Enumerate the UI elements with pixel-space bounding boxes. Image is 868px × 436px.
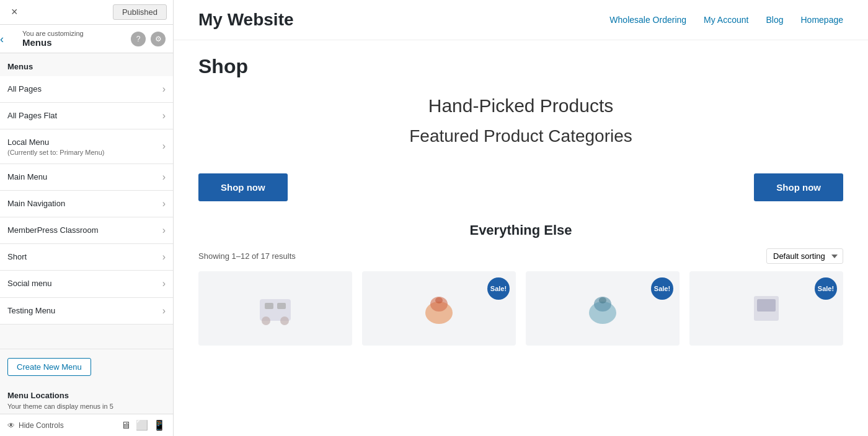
sale-badge-3: Sale! (651, 277, 673, 300)
hide-controls-label: Hide Controls (19, 421, 64, 430)
mobile-icon[interactable]: 📱 (153, 419, 166, 431)
results-text: Showing 1–12 of 17 results (198, 251, 296, 261)
menu-item-text: All Pages (7, 84, 42, 95)
menu-item-text: MemberPress Classroom (7, 225, 99, 236)
hand-picked-title: Hand-Picked Products (198, 95, 843, 116)
menu-item-main-navigation[interactable]: Main Navigation › (0, 191, 173, 217)
header-icons: ? ⚙ (131, 32, 166, 46)
chevron-right-icon: › (162, 172, 166, 183)
menu-item-social-menu[interactable]: Social menu › (0, 271, 173, 297)
sort-select[interactable]: Default sorting (766, 248, 843, 264)
product-image-4 (742, 284, 791, 333)
chevron-right-icon: › (162, 110, 166, 121)
menu-item-text: Main Menu (7, 172, 47, 183)
everything-else-title: Everything Else (174, 216, 868, 248)
nav-wholesale-ordering[interactable]: Wholesale Ordering (609, 15, 686, 25)
bottom-controls: 👁 Hide Controls 🖥 ⬜ 📱 (0, 414, 173, 436)
featured-title: Featured Product Categories (198, 126, 843, 146)
product-image-1 (250, 284, 300, 333)
nav-my-account[interactable]: My Account (704, 15, 748, 25)
menu-item-local-menu[interactable]: Local Menu (Currently set to: Primary Me… (0, 129, 173, 164)
customizing-small-label: You are customizing (22, 30, 84, 37)
desktop-icon[interactable]: 🖥 (121, 420, 131, 431)
eye-icon: 👁 (7, 421, 15, 430)
chevron-right-icon: › (162, 251, 166, 263)
customizing-header: ‹ You are customizing Menus ? ⚙ (0, 25, 173, 53)
menu-locations-desc: Your theme can display menus in 5 (7, 403, 166, 410)
menu-item-testing-menu[interactable]: Testing Menu › (0, 298, 173, 325)
close-button[interactable]: × (6, 3, 23, 21)
nav-blog[interactable]: Blog (766, 15, 783, 25)
svg-rect-4 (277, 303, 286, 309)
published-button[interactable]: Published (113, 4, 167, 20)
menu-locations-section: Menu Locations Your theme can display me… (0, 385, 173, 414)
results-bar: Showing 1–12 of 17 results Default sorti… (174, 248, 868, 271)
menu-item-short[interactable]: Short › (0, 244, 173, 271)
product-card-1 (198, 271, 352, 346)
sale-badge-2: Sale! (487, 277, 510, 300)
product-card-3: Sale! (526, 271, 680, 346)
menu-item-all-pages[interactable]: All Pages › (0, 76, 173, 103)
left-panel: × Published ‹ You are customizing Menus … (0, 0, 174, 436)
product-card-2: Sale! (362, 271, 516, 346)
shop-heading: Shop (174, 40, 868, 83)
chevron-right-icon: › (162, 305, 166, 316)
product-grid: Sale! Sale! Sale! (174, 271, 868, 358)
chevron-right-icon: › (162, 278, 166, 289)
create-new-menu-button[interactable]: Create New Menu (7, 358, 91, 376)
device-icons: 🖥 ⬜ 📱 (121, 419, 166, 431)
menus-section-title: Menus (0, 53, 173, 76)
chevron-right-icon: › (162, 198, 166, 209)
shop-now-row: Shop now Shop now (174, 173, 868, 201)
menu-item-memberpress[interactable]: MemberPress Classroom › (0, 217, 173, 244)
shop-now-button-left[interactable]: Shop now (198, 173, 288, 201)
customizing-labels: You are customizing Menus (22, 30, 84, 48)
menu-item-text: All Pages Flat (7, 110, 57, 121)
site-title: My Website (198, 10, 294, 30)
chevron-right-icon: › (162, 141, 166, 152)
chevron-right-icon: › (162, 84, 166, 95)
site-nav: Wholesale Ordering My Account Blog Homep… (609, 15, 843, 25)
menu-item-text: Social menu (7, 278, 52, 289)
menu-list: All Pages › All Pages Flat › Local Menu … (0, 76, 173, 349)
preview-area: My Website Wholesale Ordering My Account… (174, 0, 868, 436)
chevron-right-icon: › (162, 225, 166, 236)
tablet-icon[interactable]: ⬜ (136, 419, 148, 431)
menu-item-content: Local Menu (Currently set to: Primary Me… (7, 137, 104, 155)
back-button[interactable]: ‹ (0, 32, 4, 45)
menu-item-all-pages-flat[interactable]: All Pages Flat › (0, 103, 173, 129)
product-card-4: Sale! (689, 271, 843, 346)
svg-rect-12 (757, 299, 776, 312)
nav-homepage[interactable]: Homepage (801, 15, 844, 25)
create-menu-area: Create New Menu (0, 349, 173, 385)
menu-item-text: Testing Menu (7, 305, 55, 316)
menu-locations-title: Menu Locations (7, 391, 166, 400)
site-header: My Website Wholesale Ordering My Account… (174, 0, 868, 40)
svg-point-1 (262, 316, 270, 325)
help-icon[interactable]: ? (131, 32, 146, 46)
product-image-3 (578, 284, 627, 333)
svg-point-2 (280, 316, 289, 325)
menu-item-text: Short (7, 251, 27, 263)
menu-item-text: Main Navigation (7, 198, 65, 209)
hero-section: Hand-Picked Products Featured Product Ca… (174, 83, 868, 173)
shop-now-button-right[interactable]: Shop now (754, 173, 843, 201)
sale-badge-4: Sale! (815, 277, 837, 300)
menu-item-main-menu[interactable]: Main Menu › (0, 164, 173, 191)
settings-icon[interactable]: ⚙ (151, 32, 166, 46)
svg-point-7 (435, 297, 443, 303)
customizing-large-label: Menus (22, 37, 84, 48)
top-bar: × Published (0, 0, 173, 25)
product-image-2 (414, 284, 464, 333)
hide-controls-button[interactable]: 👁 Hide Controls (7, 421, 64, 430)
svg-rect-3 (265, 303, 273, 309)
svg-point-10 (599, 297, 606, 303)
